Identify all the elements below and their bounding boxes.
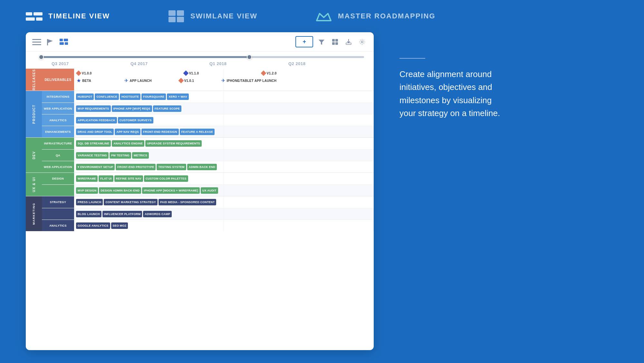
product-group-col: PRODUCT (26, 91, 42, 137)
upgrade-sys-bar: UPGRADE SYSTEM REQUIREMENTS (145, 140, 202, 147)
flat-ui-bar: FLAT UI (99, 175, 113, 182)
feature-scope-bar: FEATURE SCOPE (153, 105, 181, 112)
wireframe-bar: WIREFRAME (76, 175, 98, 182)
svg-rect-7 (177, 17, 184, 22)
influencer-bar: INFLUENCER PLATFORM (102, 211, 142, 217)
enhancements-label: ENHANCEMENTS (42, 126, 74, 137)
svg-rect-10 (32, 42, 41, 43)
slider-fill (39, 56, 250, 58)
release-v120-label: V1.2.0 (267, 72, 277, 75)
marketing-group-label: MARKETING (26, 196, 42, 231)
svg-rect-17 (65, 42, 68, 45)
product-group-label: PRODUCT (26, 91, 42, 137)
iphone-mvp-bar: IPHONE APP [MVP] REQS (112, 105, 152, 112)
release-v100: V1.0.0 (77, 71, 92, 75)
ux-design-row2: MVP DESIGN DESIGN ADMIN BACK-END IPHONE … (42, 184, 374, 196)
paid-media-bar: PAID MEDIA - SPONSORED CONTENT (159, 199, 216, 205)
star-icon: ★ (77, 78, 81, 83)
pm-testing-bar: PM TESTING (110, 152, 131, 159)
product-analytics: ANALYTICS APPLICATION FEEDBACK CUSTOMER … (42, 114, 374, 126)
timeline-header: Q3 2017 Q4 2017 Q1 2018 Q2 2018 (26, 52, 374, 69)
svg-rect-2 (26, 17, 35, 21)
dev-section: DEV INFRASTRUCTURE SQL DB STREAMLINE ANA… (26, 137, 374, 172)
releases-content: V1.0.0 V1.1.0 V1.2.0 ★ BETA (74, 69, 374, 91)
releases-group-label: RELEASES (26, 69, 42, 91)
svg-rect-20 (335, 39, 338, 42)
mvp-design-bar: MVP DESIGN (76, 187, 98, 194)
timeline-slider[interactable] (32, 56, 367, 58)
strategy-label: STRATEGY (42, 196, 74, 208)
content-marketing-bar: CONTENT MARKETING STRATEGY (104, 199, 158, 205)
quarters: Q3 2017 Q4 2017 Q1 2018 Q2 2018 (32, 61, 367, 66)
release-v101-label: V1.0.1 (184, 79, 194, 83)
qa-label: QA (42, 150, 74, 161)
add-button[interactable]: + (295, 36, 313, 47)
slider-thumb-left[interactable] (39, 54, 44, 60)
svg-rect-5 (177, 10, 184, 16)
flag-icon[interactable] (46, 38, 55, 45)
svg-marker-18 (319, 40, 324, 45)
sql-db-bar: SQL DB STREAMLINE (76, 140, 111, 147)
nav-master-label: MASTER ROADMAPPING (338, 12, 435, 20)
quarter-q2-2018: Q2 2018 (288, 61, 367, 66)
release-v110-label: V1.1.0 (189, 72, 199, 75)
nav-swimlane[interactable]: SWIMLANE VIEW (168, 10, 257, 23)
foursquare-bar: FOURSQUARE (141, 93, 166, 100)
toolbar-right: + (295, 36, 367, 47)
filter-icon[interactable] (316, 37, 327, 47)
ux-group-col: UX & UI (26, 173, 42, 196)
confluence-bar: CONFLUENCE (95, 93, 119, 100)
integrations-label: INTEGRATIONS (42, 91, 74, 103)
integrations-content: HUBSPOT CONFLUENCE HOOTSUITE FOURSQUARE … (74, 91, 374, 103)
svg-point-25 (361, 41, 363, 43)
marketing-analytics-label: ANALYTICS (42, 220, 74, 231)
customer-surveys-bar: CUSTOMER SURVEYS (118, 117, 153, 123)
timeline-icon (26, 10, 43, 23)
release-app-launch-label: APP LAUNCH (130, 79, 151, 83)
product-webapp: WEB APPLICATION MVP REQUIREMENTS IPHONE … (42, 103, 374, 114)
dev-rows: INFRASTRUCTURE SQL DB STREAMLINE ANALYTI… (42, 138, 374, 172)
marketing-analytics-content: GOOGLE ANALYTICS SEO MOZ (74, 220, 374, 231)
releases-row1: V1.0.0 V1.1.0 V1.2.0 (77, 71, 371, 76)
product-rows: INTEGRATIONS HUBSPOT CONFLUENCE HOOTSUIT… (42, 91, 374, 137)
svg-marker-13 (48, 39, 53, 43)
marketing-section: MARKETING STRATEGY PRESS LAUNCH CONTENT … (26, 196, 374, 231)
nav-timeline[interactable]: TIMELINE VIEW (26, 10, 110, 23)
export-icon[interactable] (343, 37, 354, 47)
blog-launch-bar: BLOG LAUNCH (76, 211, 101, 217)
metrics-bar: METRICS (132, 152, 149, 159)
description-line (399, 58, 425, 59)
slider-thumb-right[interactable] (247, 54, 252, 60)
svg-marker-8 (317, 14, 331, 21)
nav-master[interactable]: MASTER ROADMAPPING (315, 10, 435, 23)
app-feedback-bar: APPLICATION FEEDBACK (76, 117, 117, 123)
release-iphone-label: IPHONE/TABLET APP LAUNCH (227, 79, 277, 83)
release-v101: V1.0.1 (179, 79, 194, 83)
svg-rect-1 (34, 12, 43, 15)
ux-group-label: UX & UI (26, 173, 42, 196)
layout-icon[interactable] (330, 37, 340, 47)
dev-qa: QA VARIANCE TESTING PM TESTING METRICS (42, 149, 374, 161)
description-text: Create alignment around initiatives, obj… (399, 68, 509, 120)
hubspot-bar: HUBSPOT (76, 93, 94, 100)
analytics-content: APPLICATION FEEDBACK CUSTOMER SURVEYS (74, 114, 374, 126)
hootsuite-bar: HOOTSUITE (120, 93, 140, 100)
swimlane-icon (168, 10, 185, 23)
iphone-mocks-bar: IPHONE APP [MOCKS + WIREFRAME] (142, 187, 200, 194)
marketing-group-col: MARKETING (26, 196, 42, 231)
analytics-engine-bar: ANALYTICS ENGINE (112, 140, 144, 147)
dev-group-col: DEV (26, 138, 42, 172)
svg-rect-14 (60, 39, 63, 41)
admin-backend-bar: ADMIN BACK END (187, 164, 217, 170)
ux-design-row1: DESIGN WIREFRAME FLAT UI REFINE SITE NAV… (42, 173, 374, 184)
release-iphone-launch: ✈ IPHONE/TABLET APP LAUNCH (221, 78, 276, 83)
list-icon[interactable] (32, 38, 41, 45)
analytics-label: ANALYTICS (42, 114, 74, 126)
grid-icon[interactable] (59, 38, 68, 45)
settings-icon[interactable] (357, 37, 367, 47)
seo-moz-bar: SEO MOZ (111, 222, 128, 229)
webapp-label: WEB APPLICATION (42, 103, 74, 114)
frontend-proto-bar: FRONT-END PROTOTYPE (116, 164, 156, 170)
marketing-strategy-row1: STRATEGY PRESS LAUNCH CONTENT MARKETING … (42, 196, 374, 208)
dev-group-label: DEV (26, 138, 42, 172)
